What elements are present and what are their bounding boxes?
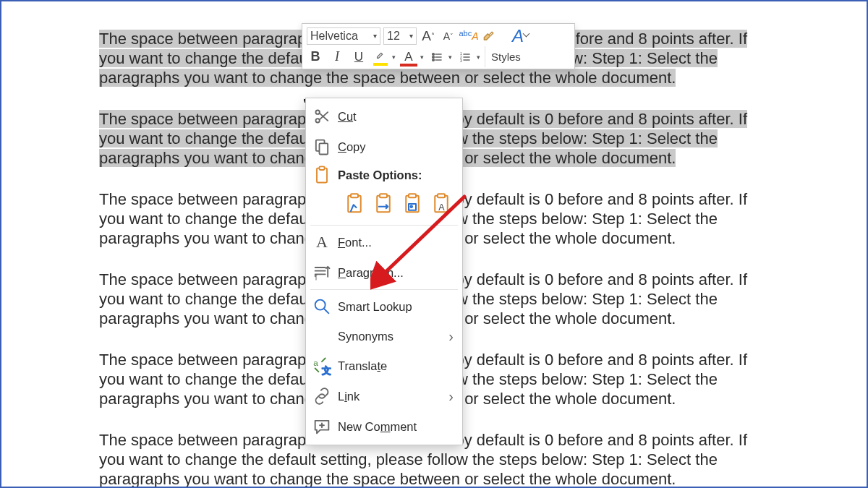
chevron-right-icon: › — [448, 388, 454, 405]
svg-point-33 — [315, 300, 326, 310]
ctx-translate[interactable]: a文 Translate — [306, 351, 462, 381]
cut-mnemonic: Cu — [338, 110, 353, 123]
svg-point-0 — [433, 53, 435, 55]
paste-picture-icon[interactable] — [400, 192, 425, 216]
scissors-icon — [312, 106, 332, 127]
font-size-combo[interactable]: 12▾ — [383, 27, 417, 45]
styles-button[interactable]: Styles — [485, 46, 527, 67]
comment-icon — [312, 416, 332, 437]
ctx-link[interactable]: Link › — [306, 381, 462, 411]
paste-keep-source-icon[interactable] — [342, 192, 367, 216]
mini-format-toolbar: Helvetica▾ 12▾ A˄ A˅ abcA A B I U ▾ A ▾ … — [302, 23, 575, 69]
chevron-right-icon: › — [448, 328, 454, 345]
bullets-button[interactable] — [428, 48, 446, 66]
shrink-font-icon[interactable]: A˅ — [440, 27, 457, 45]
svg-rect-19 — [351, 194, 358, 197]
chevron-down-icon: ▾ — [371, 32, 377, 40]
ctx-copy[interactable]: Copy — [306, 132, 462, 162]
chevron-down-icon[interactable]: ▾ — [448, 53, 452, 61]
bold-button[interactable]: B — [307, 48, 324, 66]
svg-point-25 — [411, 206, 413, 208]
font-icon: A — [312, 232, 332, 252]
paste-merge-icon[interactable] — [371, 192, 396, 216]
ctx-cut[interactable]: Cut — [306, 101, 462, 132]
underline-button[interactable]: U — [350, 48, 367, 66]
quick-styles-icon[interactable]: A — [509, 27, 527, 45]
ctx-new-comment[interactable]: New Comment — [306, 411, 462, 442]
ctx-smart-lookup[interactable]: Smart Lookup — [306, 291, 462, 322]
font-name-combo[interactable]: Helvetica▾ — [307, 27, 380, 45]
svg-rect-21 — [380, 194, 387, 197]
ctx-font[interactable]: A Font... — [306, 227, 462, 257]
svg-text:A: A — [438, 202, 445, 213]
svg-rect-15 — [320, 143, 328, 154]
separator — [310, 225, 458, 226]
ctx-paste-options-heading: Paste Options: — [306, 162, 462, 188]
chevron-down-icon[interactable]: ▾ — [477, 53, 480, 61]
italic-button[interactable]: I — [328, 48, 346, 66]
svg-text:¶: ¶ — [315, 274, 318, 281]
svg-text:a: a — [313, 358, 318, 367]
svg-text:3: 3 — [460, 59, 462, 63]
highlight-color-button[interactable] — [372, 48, 389, 66]
chevron-down-icon: ▾ — [407, 32, 413, 40]
paragraph-icon: ¶ — [312, 262, 332, 283]
paste-text-only-icon[interactable]: A — [429, 192, 454, 216]
link-icon — [312, 386, 332, 406]
chevron-down-icon[interactable]: ▾ — [420, 53, 424, 61]
format-painter-icon[interactable] — [480, 27, 498, 45]
paste-options-row: A — [306, 188, 462, 223]
svg-rect-17 — [320, 166, 325, 170]
ctx-synonyms[interactable]: Synonyms › — [306, 322, 462, 351]
clipboard-icon — [312, 165, 332, 185]
svg-rect-27 — [438, 194, 445, 197]
svg-point-4 — [433, 59, 435, 61]
numbering-button[interactable]: 123 — [456, 48, 474, 66]
context-menu: Cut Copy Paste Options: A A Font... ¶ Pa… — [305, 98, 463, 445]
change-case-icon[interactable]: abcA — [460, 25, 477, 42]
font-color-button[interactable]: A — [400, 48, 417, 66]
grow-font-icon[interactable]: A˄ — [420, 27, 437, 45]
chevron-down-icon[interactable]: ▾ — [392, 53, 396, 61]
separator — [310, 289, 458, 290]
ctx-paragraph[interactable]: ¶ Paragraph... — [306, 257, 462, 288]
smart-lookup-icon — [312, 296, 332, 317]
svg-rect-23 — [409, 194, 416, 197]
translate-icon: a文 — [312, 356, 332, 376]
copy-icon — [312, 137, 332, 157]
svg-point-2 — [433, 56, 435, 58]
svg-text:文: 文 — [322, 365, 331, 376]
